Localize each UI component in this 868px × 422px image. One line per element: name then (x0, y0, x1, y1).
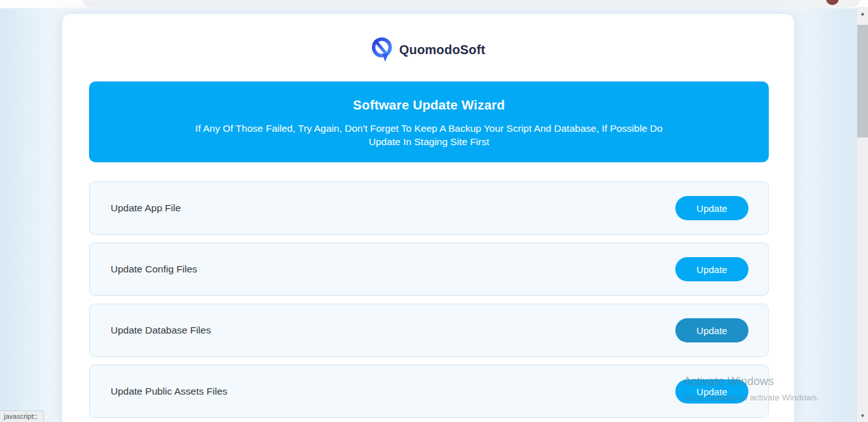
row-label: Update Config Files (111, 264, 197, 275)
update-row-config-files: Update Config Files Update (89, 243, 769, 296)
update-database-files-button[interactable]: Update (675, 318, 748, 342)
browser-chrome-strip (0, 0, 868, 8)
scroll-up-icon[interactable]: ▲ (857, 8, 868, 19)
logo: QuomodoSoft (62, 37, 794, 62)
update-row-app-file: Update App File Update (89, 181, 769, 235)
update-public-assets-button[interactable]: Update (675, 379, 748, 404)
banner-title: Software Update Wizard (89, 97, 769, 113)
row-label: Update Public Assets Files (111, 386, 228, 397)
wizard-banner: Software Update Wizard If Any Of Those F… (89, 81, 769, 162)
row-label: Update Database Files (111, 325, 211, 336)
scrollbar-thumb[interactable] (857, 25, 868, 137)
logo-text: QuomodoSoft (399, 43, 486, 57)
banner-subtitle: If Any Of Those Failed, Try Again, Don't… (188, 122, 671, 148)
screen: QuomodoSoft Software Update Wizard If An… (0, 0, 868, 422)
update-row-database-files: Update Database Files Update (89, 304, 769, 357)
update-row-public-assets: Update Public Assets Files Update (89, 365, 769, 418)
address-bar[interactable] (83, 0, 860, 8)
update-config-files-button[interactable]: Update (675, 257, 748, 281)
vertical-scrollbar[interactable]: ▲ ▼ (857, 7, 868, 422)
link-status-tooltip: javascript:; (0, 411, 44, 422)
update-wizard-card: QuomodoSoft Software Update Wizard If An… (62, 14, 794, 422)
scroll-down-icon[interactable]: ▼ (857, 411, 868, 421)
quomodosoft-logo-icon (371, 37, 393, 62)
update-app-file-button[interactable]: Update (675, 196, 748, 220)
update-rows: Update App File Update Update Config Fil… (89, 181, 769, 422)
row-label: Update App File (111, 202, 181, 214)
